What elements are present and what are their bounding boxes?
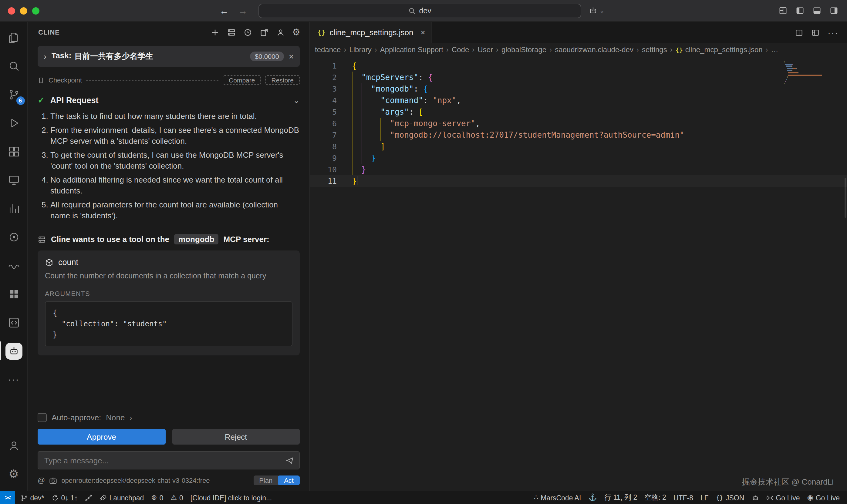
activity-extension-wave[interactable]	[0, 251, 28, 280]
cursor-position[interactable]: 行 11, 列 2	[601, 491, 641, 504]
eol[interactable]: LF	[697, 491, 712, 504]
auto-approve-checkbox[interactable]	[38, 413, 47, 422]
git-graph[interactable]	[81, 491, 96, 504]
reject-button[interactable]: Reject	[172, 429, 300, 445]
anchor[interactable]: ⚓	[585, 491, 601, 504]
navigate-back-icon[interactable]: ←	[219, 5, 229, 16]
task-header[interactable]: › Task: 目前一共有多少名学生 $0.0000 ×	[38, 46, 300, 67]
remote-indicator[interactable]: ><	[0, 491, 15, 504]
code-line[interactable]: 9 }	[310, 152, 847, 164]
breadcrumb-item[interactable]: User	[477, 46, 493, 54]
activity-source-control[interactable]: 6	[0, 80, 28, 109]
activity-run-debug[interactable]	[0, 109, 28, 137]
breadcrumb-item[interactable]: Code	[452, 46, 469, 54]
breadcrumb-item[interactable]: tedance	[315, 46, 341, 54]
split-editor-icon[interactable]	[795, 28, 803, 37]
plan-mode-button[interactable]: Plan	[253, 475, 278, 485]
encoding[interactable]: UTF-8	[670, 491, 697, 504]
activity-extension-scan[interactable]	[0, 222, 28, 251]
minimap[interactable]	[784, 61, 837, 84]
activity-extension-codebox[interactable]	[0, 308, 28, 337]
breadcrumb-item[interactable]: saoudrizwan.claude-dev	[555, 46, 633, 54]
language-mode[interactable]: {}JSON	[712, 491, 748, 504]
breadcrumb-item[interactable]: Library	[349, 46, 371, 54]
command-center-search[interactable]: dev	[259, 3, 581, 18]
code-line[interactable]: 3 "mongodb": {	[310, 83, 847, 95]
code-line[interactable]: 5 "args": [	[310, 106, 847, 118]
activity-extension-chart[interactable]	[0, 194, 28, 222]
settings-gear-icon[interactable]: ⚙	[292, 27, 300, 38]
api-request-row[interactable]: ✓ API Request ⌄	[38, 95, 300, 105]
activity-search[interactable]	[0, 52, 28, 80]
toggle-sidebar-left-icon[interactable]	[795, 6, 805, 15]
message-input[interactable]	[38, 451, 300, 469]
toggle-panel-icon[interactable]	[812, 6, 822, 15]
mention-icon[interactable]: @	[38, 476, 45, 485]
code-line[interactable]: 2 "mcpServers": {	[310, 72, 847, 83]
problems-warnings[interactable]: ⚠0	[167, 491, 187, 504]
code-editor[interactable]: 1{2 "mcpServers": {3 "mongodb": {4 "comm…	[310, 56, 847, 491]
close-window-button[interactable]	[8, 7, 15, 14]
minimize-window-button[interactable]	[20, 7, 27, 14]
scrollbar-thumb[interactable]	[845, 178, 846, 218]
compare-button[interactable]: Compare	[223, 75, 261, 85]
activity-more[interactable]: ···	[0, 365, 28, 394]
go-live[interactable]: ◉Go Live	[804, 491, 843, 504]
breadcrumb-item[interactable]: Application Support	[380, 46, 443, 54]
breadcrumb-item[interactable]: settings	[642, 46, 667, 54]
task-label: Task:	[51, 51, 71, 62]
approve-button[interactable]: Approve	[38, 429, 165, 445]
chevron-down-icon[interactable]: ⌄	[293, 95, 300, 105]
maximize-window-button[interactable]	[32, 7, 39, 14]
customize-layout-icon[interactable]	[778, 6, 788, 15]
code-line[interactable]: 7 "mongodb://localhost:27017/studentMana…	[310, 129, 847, 141]
copilot-menu[interactable]: ⌄	[588, 6, 605, 15]
git-branch[interactable]: dev*	[17, 491, 48, 504]
activity-remote-explorer[interactable]	[0, 166, 28, 194]
close-task-icon[interactable]: ×	[289, 52, 294, 61]
activity-settings[interactable]: ⚙	[0, 460, 28, 488]
auto-approve-row[interactable]: Auto-approve: None ›	[38, 413, 300, 422]
code-line[interactable]: 11}	[310, 175, 847, 187]
activity-explorer[interactable]	[0, 23, 28, 52]
navigate-forward-icon[interactable]: →	[239, 5, 248, 16]
indentation[interactable]: 空格: 2	[641, 491, 670, 504]
code-line[interactable]: 10 }	[310, 164, 847, 175]
copilot-status[interactable]	[748, 491, 762, 504]
breadcrumb-item[interactable]: globalStorage	[501, 46, 546, 54]
chevron-right-icon: ›	[44, 52, 47, 61]
code-line[interactable]: 1{	[310, 60, 847, 72]
marscode-ai[interactable]: ∴MarsCode AI	[530, 491, 585, 504]
tab-cline-mcp-settings[interactable]: {} cline_mcp_settings.json ×	[310, 22, 432, 43]
code-line[interactable]: 6 "mcp-mongo-server",	[310, 118, 847, 129]
tool-description: Count the number of documents in a colle…	[45, 271, 293, 282]
more-actions-icon[interactable]: ···	[828, 27, 839, 38]
code-line[interactable]: 8 ]	[310, 141, 847, 152]
model-id[interactable]: openrouter:deepseek/deepseek-chat-v3-032…	[61, 477, 249, 484]
close-tab-icon[interactable]: ×	[421, 28, 425, 37]
toggle-sidebar-right-icon[interactable]	[829, 6, 839, 15]
breadcrumb-separator: ›	[766, 46, 768, 54]
go-live-broadcast[interactable]: Go Live	[762, 491, 803, 504]
activity-extensions[interactable]	[0, 137, 28, 166]
activity-account[interactable]	[0, 431, 28, 460]
problems-errors[interactable]: ⊗0	[147, 491, 167, 504]
new-task-icon[interactable]	[210, 28, 219, 37]
open-in-editor-icon[interactable]	[259, 28, 268, 37]
editor-layout-icon[interactable]	[811, 28, 820, 37]
send-icon[interactable]	[285, 456, 294, 465]
activity-cline[interactable]	[0, 337, 28, 365]
mcp-servers-icon[interactable]	[227, 28, 236, 37]
camera-icon[interactable]	[49, 476, 57, 484]
activity-extension-grid[interactable]	[0, 280, 28, 308]
code-line[interactable]: 4 "command": "npx",	[310, 95, 847, 106]
breadcrumb-item[interactable]: {}cline_mcp_settings.json	[676, 46, 763, 54]
act-mode-button[interactable]: Act	[278, 475, 300, 485]
cloud-ide-login[interactable]: [Cloud IDE] click to login...	[187, 491, 276, 504]
breadcrumb-item[interactable]: …	[771, 46, 778, 54]
restore-button[interactable]: Restore	[265, 75, 300, 85]
launchpad[interactable]: Launchpad	[96, 491, 147, 504]
history-icon[interactable]	[243, 28, 252, 37]
account-icon[interactable]	[276, 28, 285, 37]
sync-changes[interactable]: 0↓ 1↑	[48, 491, 81, 504]
